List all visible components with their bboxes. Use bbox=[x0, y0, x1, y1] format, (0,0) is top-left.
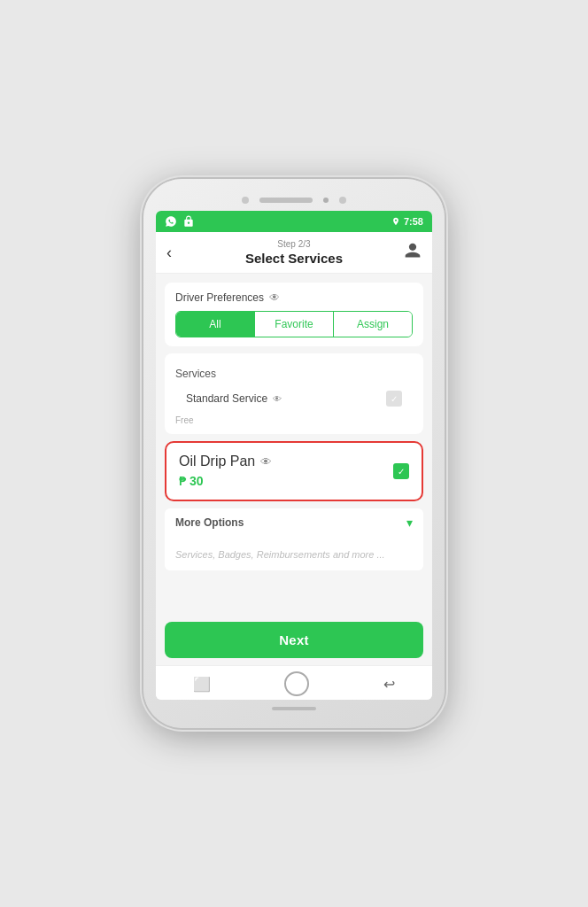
user-avatar-icon bbox=[404, 242, 422, 260]
driver-preference-tabs: All Favorite Assign bbox=[175, 311, 413, 337]
next-button-container: Next bbox=[156, 616, 432, 665]
highlight-left: Oil Drip Pan 👁 ₱ 30 bbox=[179, 454, 272, 489]
sensor-dot bbox=[323, 198, 329, 203]
speaker bbox=[259, 198, 313, 203]
more-options-placeholder: Services, Badges, Reimbursements and mor… bbox=[175, 549, 385, 560]
standard-service-price: Free bbox=[175, 414, 413, 425]
oil-drip-pan-check-mark: ✓ bbox=[398, 467, 405, 477]
status-time: 7:58 bbox=[404, 216, 423, 227]
standard-service-checkbox[interactable]: ✓ bbox=[386, 391, 402, 407]
app-header: ‹ Step 2/3 Select Services bbox=[156, 232, 432, 274]
highlight-name-row: Oil Drip Pan 👁 bbox=[179, 454, 272, 469]
pref-header: Driver Preferences 👁 bbox=[175, 291, 413, 304]
phone-bottom bbox=[156, 700, 432, 716]
status-bar: 7:58 bbox=[156, 211, 432, 232]
services-card: Services Standard Service 👁 ✓ Free bbox=[165, 353, 423, 434]
oil-drip-pan-price-row: ₱ 30 bbox=[179, 473, 272, 489]
bottom-nav: ⬜ ↩ bbox=[156, 665, 432, 700]
phone-top-bar bbox=[156, 191, 432, 211]
standard-service-name: Standard Service bbox=[186, 392, 267, 405]
page-title: Select Services bbox=[245, 251, 343, 266]
back-button[interactable]: ‹ bbox=[166, 244, 172, 262]
chevron-down-icon[interactable]: ▾ bbox=[406, 516, 413, 530]
services-label: Services bbox=[175, 362, 413, 384]
tab-all[interactable]: All bbox=[176, 312, 254, 337]
oil-drip-pan-name: Oil Drip Pan bbox=[179, 454, 255, 469]
status-right: 7:58 bbox=[391, 216, 423, 227]
front-camera bbox=[339, 197, 346, 204]
nav-home-icon[interactable] bbox=[284, 671, 309, 696]
oil-drip-pan-eye-icon[interactable]: 👁 bbox=[260, 455, 272, 469]
status-left-icons bbox=[165, 215, 195, 228]
service-eye-icon[interactable]: 👁 bbox=[273, 394, 282, 404]
standard-service-row: Standard Service 👁 ✓ bbox=[175, 384, 413, 414]
step-indicator: Step 2/3 bbox=[277, 239, 310, 249]
oil-drip-pan-checkbox[interactable]: ✓ bbox=[393, 463, 409, 479]
oil-drip-pan-card[interactable]: Oil Drip Pan 👁 ₱ 30 ✓ bbox=[165, 441, 423, 501]
phone-screen: 7:58 ‹ Step 2/3 Select Services Driver P… bbox=[156, 211, 432, 700]
service-row-left: Standard Service 👁 bbox=[186, 392, 282, 405]
driver-preferences-card: Driver Preferences 👁 All Favorite Assign bbox=[165, 283, 423, 346]
whatsapp-icon bbox=[165, 215, 177, 228]
nav-back-icon[interactable]: ↩ bbox=[383, 676, 395, 693]
nav-recents-icon[interactable]: ⬜ bbox=[193, 676, 211, 693]
scroll-content: Driver Preferences 👁 All Favorite Assign… bbox=[156, 274, 432, 616]
tab-favorite[interactable]: Favorite bbox=[254, 312, 333, 337]
oil-drip-pan-price-value: 30 bbox=[190, 474, 204, 488]
tab-assign[interactable]: Assign bbox=[333, 312, 412, 337]
home-indicator bbox=[272, 707, 316, 710]
phone-device: 7:58 ‹ Step 2/3 Select Services Driver P… bbox=[143, 179, 445, 728]
more-options-card: More Options ▾ Services, Badges, Reimbur… bbox=[165, 508, 423, 570]
eye-icon[interactable]: 👁 bbox=[269, 291, 280, 304]
notification-icon bbox=[182, 215, 195, 228]
location-icon bbox=[391, 217, 400, 226]
more-options-label: More Options bbox=[175, 516, 244, 529]
more-options-row[interactable]: More Options ▾ bbox=[165, 508, 423, 537]
driver-preferences-label: Driver Preferences bbox=[175, 291, 264, 304]
camera-dot bbox=[242, 197, 249, 204]
check-mark-icon: ✓ bbox=[391, 394, 398, 404]
next-button[interactable]: Next bbox=[165, 622, 423, 658]
oil-drip-pan-price: ₱ 30 bbox=[179, 474, 203, 488]
more-options-input-area: Services, Badges, Reimbursements and mor… bbox=[165, 537, 423, 570]
peso-symbol: ₱ bbox=[179, 475, 186, 488]
user-icon[interactable] bbox=[404, 242, 422, 263]
